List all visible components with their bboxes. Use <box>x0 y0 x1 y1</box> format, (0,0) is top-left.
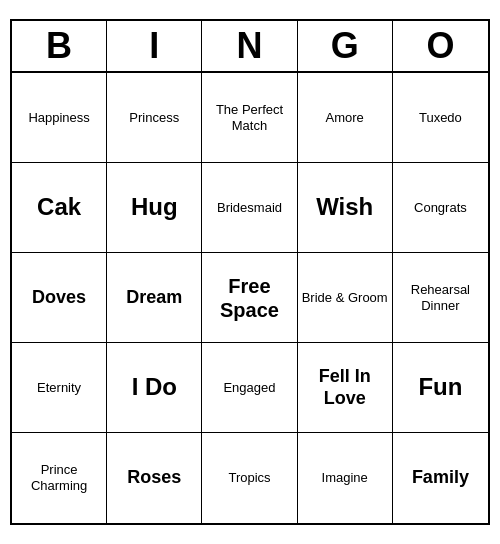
bingo-header: BINGO <box>12 21 488 73</box>
bingo-cell: Happiness <box>12 73 107 163</box>
bingo-cell: Eternity <box>12 343 107 433</box>
bingo-cell: Amore <box>298 73 393 163</box>
bingo-cell: Rehearsal Dinner <box>393 253 488 343</box>
bingo-cell: Bridesmaid <box>202 163 297 253</box>
header-letter: I <box>107 21 202 71</box>
bingo-cell: Cak <box>12 163 107 253</box>
bingo-cell: Princess <box>107 73 202 163</box>
header-letter: G <box>298 21 393 71</box>
bingo-cell: Free Space <box>202 253 297 343</box>
bingo-cell: Fell In Love <box>298 343 393 433</box>
bingo-card: BINGO HappinessPrincessThe Perfect Match… <box>10 19 490 525</box>
bingo-cell: Bride & Groom <box>298 253 393 343</box>
bingo-cell: Tropics <box>202 433 297 523</box>
bingo-cell: Family <box>393 433 488 523</box>
bingo-cell: Engaged <box>202 343 297 433</box>
bingo-cell: Hug <box>107 163 202 253</box>
bingo-cell: Doves <box>12 253 107 343</box>
header-letter: B <box>12 21 107 71</box>
bingo-cell: Prince Charming <box>12 433 107 523</box>
bingo-cell: Tuxedo <box>393 73 488 163</box>
bingo-cell: Wish <box>298 163 393 253</box>
bingo-cell: Imagine <box>298 433 393 523</box>
header-letter: N <box>202 21 297 71</box>
bingo-cell: Congrats <box>393 163 488 253</box>
header-letter: O <box>393 21 488 71</box>
bingo-grid: HappinessPrincessThe Perfect MatchAmoreT… <box>12 73 488 523</box>
bingo-cell: The Perfect Match <box>202 73 297 163</box>
bingo-cell: Fun <box>393 343 488 433</box>
bingo-cell: I Do <box>107 343 202 433</box>
bingo-cell: Roses <box>107 433 202 523</box>
bingo-cell: Dream <box>107 253 202 343</box>
